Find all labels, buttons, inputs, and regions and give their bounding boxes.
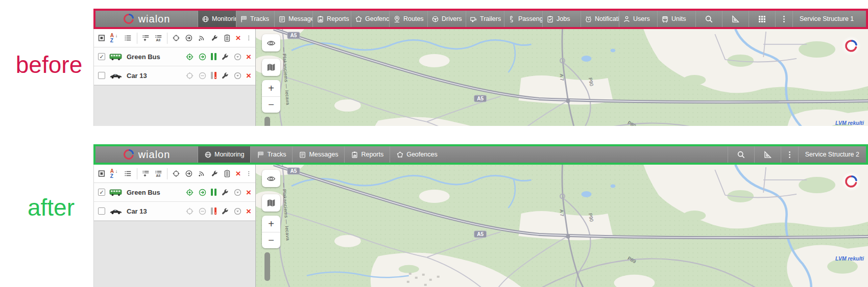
- delete-x-icon[interactable]: ×: [246, 207, 251, 216]
- delete-x-icon[interactable]: ×: [246, 71, 251, 80]
- search-button[interactable]: [728, 146, 754, 163]
- tab-geofences[interactable]: Geofences: [390, 146, 443, 163]
- unit-checkbox[interactable]: ✓: [98, 189, 105, 196]
- unit-row-green-bus[interactable]: ✓ Green Bus ×: [94, 183, 255, 202]
- signal-icon[interactable]: [198, 169, 206, 178]
- wrench-icon[interactable]: [221, 71, 229, 80]
- tab-geofences[interactable]: Geofences: [351, 11, 389, 27]
- arrow-circle-icon[interactable]: [198, 53, 207, 61]
- wrench-icon[interactable]: [221, 188, 229, 197]
- tab-jobs[interactable]: Jobs: [542, 11, 581, 27]
- delete-x-icon[interactable]: ×: [246, 53, 251, 61]
- map-viewport[interactable]: A5 A5 A 7 P90 P89 — Plakanciems — Iecava…: [256, 29, 868, 126]
- unit-row-car-13[interactable]: Car 13 ×: [94, 202, 255, 221]
- ruler-button[interactable]: [754, 146, 781, 163]
- target-icon[interactable]: [185, 71, 194, 80]
- delete-x-icon[interactable]: ×: [236, 34, 241, 42]
- tab-tracks[interactable]: Tracks: [236, 11, 274, 27]
- target-icon[interactable]: [172, 33, 180, 43]
- tab-routes[interactable]: Routes: [389, 11, 427, 27]
- wialon-logo[interactable]: wialon: [95, 11, 198, 27]
- target-icon[interactable]: [185, 53, 194, 61]
- list-all-icon[interactable]: [155, 169, 163, 178]
- wrench-icon[interactable]: [210, 169, 219, 178]
- eye-icon: [266, 173, 276, 184]
- tab-drivers[interactable]: Drivers: [427, 11, 466, 27]
- caret-dropdown-icon[interactable]: [233, 207, 242, 216]
- ruler-button[interactable]: [722, 11, 749, 27]
- arrow-circle-icon[interactable]: [198, 188, 207, 197]
- zoom-out-button[interactable]: −: [262, 96, 280, 113]
- kebab-icon[interactable]: [246, 170, 252, 177]
- caret-dropdown-icon[interactable]: [233, 188, 242, 197]
- tab-units[interactable]: Units: [657, 11, 695, 27]
- minus-circle-icon[interactable]: [198, 71, 207, 80]
- select-all-icon[interactable]: [98, 169, 106, 178]
- tab-messages[interactable]: Messages: [292, 146, 344, 163]
- zoom-slider[interactable]: [264, 252, 270, 281]
- tab-reports[interactable]: Reports: [344, 146, 390, 163]
- caret-dropdown-icon[interactable]: [233, 71, 242, 80]
- search-button[interactable]: [695, 11, 722, 27]
- visibility-eye-button[interactable]: [262, 170, 280, 187]
- tab-messages[interactable]: Messages: [274, 11, 312, 27]
- list-icon[interactable]: [124, 33, 132, 43]
- service-structure-label[interactable]: Service Structure 2: [798, 146, 866, 163]
- caret-dropdown-icon[interactable]: [233, 53, 242, 61]
- tab-passengers[interactable]: Passengers: [504, 11, 542, 27]
- arrow-circle-icon[interactable]: [185, 33, 193, 43]
- tab-notifications[interactable]: Notifications: [581, 11, 619, 27]
- delete-x-icon[interactable]: ×: [246, 188, 251, 197]
- unit-checkbox[interactable]: ✓: [98, 53, 105, 60]
- target-icon[interactable]: [172, 169, 180, 178]
- unit-checkbox[interactable]: [98, 72, 105, 79]
- wialon-swirl-icon: [845, 175, 858, 188]
- service-structure-label[interactable]: Service Structure 1: [792, 11, 866, 27]
- clipboard-icon[interactable]: [223, 169, 231, 178]
- tab-users[interactable]: Users: [619, 11, 657, 27]
- target-icon[interactable]: [185, 188, 194, 197]
- sort-az-icon[interactable]: A ↓ Z: [110, 33, 119, 43]
- delete-x-icon[interactable]: ×: [236, 169, 241, 178]
- zoom-in-button[interactable]: +: [262, 80, 280, 96]
- tab-tracks[interactable]: Tracks: [250, 146, 292, 163]
- map-source-button[interactable]: [262, 59, 280, 76]
- wrench-icon[interactable]: [221, 53, 229, 61]
- tab-monitoring[interactable]: Monitoring: [198, 146, 250, 163]
- minus-circle-icon[interactable]: [198, 207, 207, 216]
- wrench-icon[interactable]: [210, 33, 219, 43]
- sort-az-icon[interactable]: A ↓ Z: [110, 169, 119, 179]
- apps-grid-button[interactable]: [749, 11, 775, 27]
- visibility-eye-button[interactable]: [262, 34, 280, 51]
- more-menu-button[interactable]: [775, 11, 792, 27]
- map-lake: [581, 191, 591, 197]
- tab-reports[interactable]: Reports: [312, 11, 351, 27]
- more-menu-button[interactable]: [781, 146, 798, 163]
- tab-monitoring[interactable]: Monitoring: [198, 11, 236, 27]
- zoom-out-button[interactable]: −: [262, 232, 280, 248]
- map-viewport[interactable]: A5 A5 A 7 P90 P89 — Plakanciems — Iecava…: [256, 165, 868, 287]
- unit-row-car-13[interactable]: Car 13 ×: [94, 66, 255, 85]
- list-add-icon[interactable]: [142, 33, 150, 43]
- wrench-icon[interactable]: [221, 207, 229, 216]
- unit-name: Car 13: [127, 207, 147, 215]
- map-source-button[interactable]: [262, 194, 280, 212]
- list-all-icon[interactable]: [155, 33, 163, 43]
- tab-trailers[interactable]: Trailers: [466, 11, 504, 27]
- kebab-icon[interactable]: [246, 34, 252, 42]
- passenger-icon: [508, 15, 516, 23]
- clipboard-icon[interactable]: [223, 33, 231, 43]
- list-add-icon[interactable]: [142, 169, 150, 178]
- unit-row-green-bus[interactable]: ✓ Green Bus ×: [94, 47, 255, 66]
- wialon-logo[interactable]: wialon: [95, 146, 198, 163]
- select-all-icon[interactable]: [98, 33, 106, 43]
- arrow-circle-icon[interactable]: [185, 169, 193, 178]
- list-icon[interactable]: [124, 169, 132, 178]
- zoom-slider[interactable]: [264, 117, 270, 126]
- zoom-in-button[interactable]: +: [262, 216, 280, 232]
- map-area[interactable]: A5 A5 A 7 P90 P89 — Plakanciems — Iecava…: [255, 165, 868, 287]
- unit-checkbox[interactable]: [98, 207, 105, 215]
- target-icon[interactable]: [185, 207, 194, 216]
- map-area[interactable]: A5 A5 A 7 P90 P89 — Plakanciems — Iecava…: [255, 29, 868, 126]
- signal-icon[interactable]: [198, 33, 206, 43]
